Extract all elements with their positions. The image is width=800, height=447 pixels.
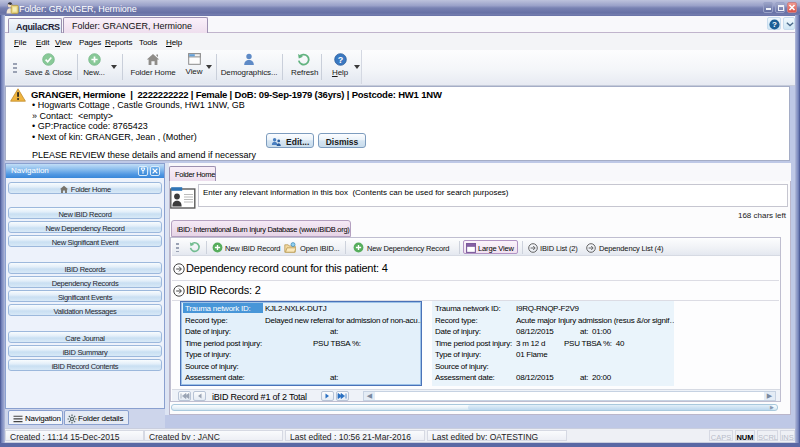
svg-text:?: ? xyxy=(772,20,777,29)
svg-text:?: ? xyxy=(337,55,342,65)
